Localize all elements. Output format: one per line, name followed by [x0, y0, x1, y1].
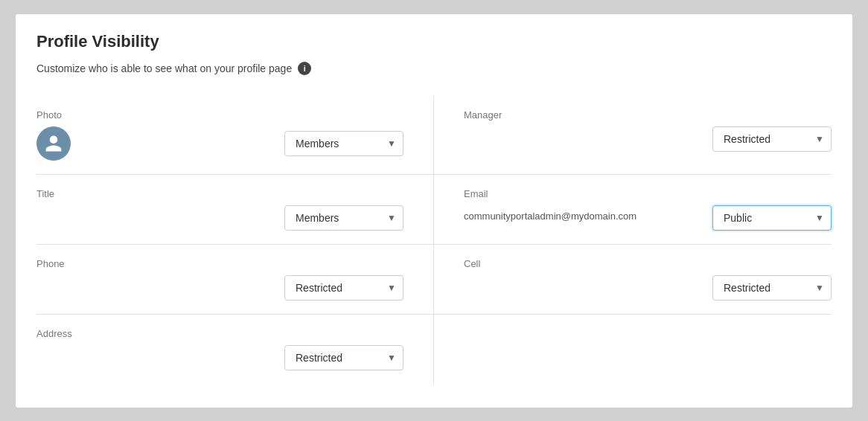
cell-row-bottom: Public Members Restricted ▼	[464, 275, 832, 301]
manager-select[interactable]: Public Members Restricted	[712, 126, 832, 152]
address-select-wrapper: Public Members Restricted ▼	[284, 345, 403, 370]
phone-field: Phone Public Members Restricted ▼	[36, 245, 434, 315]
address-label: Address	[36, 328, 403, 339]
title-field: Title Public Members Restricted ▼	[36, 175, 434, 245]
subtitle-row: Customize who is able to see what on you…	[36, 62, 832, 75]
email-row-bottom: communityportaladmin@mydomain.com Public…	[464, 205, 832, 231]
address-row-bottom: Public Members Restricted ▼	[36, 345, 403, 370]
photo-label: Photo	[36, 109, 403, 120]
phone-select[interactable]: Public Members Restricted	[284, 275, 403, 301]
photo-select[interactable]: Public Members Restricted	[284, 131, 403, 156]
email-field: Email communityportaladmin@mydomain.com …	[434, 175, 832, 245]
phone-row-bottom: Public Members Restricted ▼	[36, 275, 403, 301]
title-label: Title	[36, 188, 403, 199]
manager-row-bottom: Public Members Restricted ▼	[464, 126, 832, 152]
cell-select-wrapper: Public Members Restricted ▼	[712, 275, 832, 301]
phone-label: Phone	[36, 258, 403, 269]
title-select[interactable]: Public Members Restricted	[284, 205, 403, 231]
email-select-wrapper: Public Members Restricted ▼	[712, 205, 832, 231]
phone-select-wrapper: Public Members Restricted ▼	[284, 275, 403, 301]
avatar	[36, 126, 71, 161]
email-select[interactable]: Public Members Restricted	[712, 205, 832, 231]
fields-grid: Photo Public Members Restricted ▼	[36, 96, 832, 384]
address-select[interactable]: Public Members Restricted	[284, 345, 403, 370]
email-value: communityportaladmin@mydomain.com	[464, 210, 636, 222]
subtitle-text: Customize who is able to see what on you…	[36, 62, 292, 74]
manager-label: Manager	[464, 109, 832, 120]
photo-select-wrapper: Public Members Restricted ▼	[284, 131, 403, 156]
manager-select-wrapper: Public Members Restricted ▼	[712, 126, 832, 152]
cell-field: Cell Public Members Restricted ▼	[434, 245, 832, 315]
address-field: Address Public Members Restricted ▼	[36, 315, 434, 384]
page-title: Profile Visibility	[36, 32, 832, 51]
email-label: Email	[464, 188, 832, 199]
address-right-empty	[434, 315, 832, 384]
cell-label: Cell	[464, 258, 832, 269]
profile-visibility-card: Profile Visibility Customize who is able…	[15, 13, 853, 408]
title-select-wrapper: Public Members Restricted ▼	[284, 205, 403, 231]
photo-field: Photo Public Members Restricted ▼	[36, 96, 434, 175]
manager-field: Manager Public Members Restricted ▼	[434, 96, 832, 175]
title-row-bottom: Public Members Restricted ▼	[36, 205, 403, 231]
photo-row-bottom: Public Members Restricted ▼	[36, 126, 403, 161]
info-icon[interactable]: i	[298, 62, 311, 75]
cell-select[interactable]: Public Members Restricted	[712, 275, 832, 301]
